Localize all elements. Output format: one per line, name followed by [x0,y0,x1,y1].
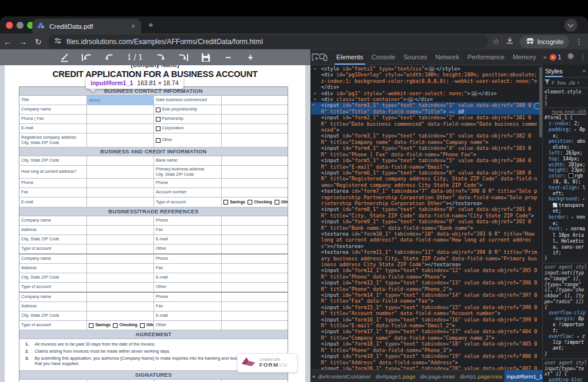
checkbox[interactable] [89,323,93,328]
devtools-tab-elements[interactable]: Elements [332,49,368,65]
style-property[interactable]: color: rgb(0, 0, 0); [544,173,586,185]
style-property[interactable]: background: ▸ transparent; [544,196,586,214]
site-settings-icon[interactable] [54,36,62,47]
macos-close-button[interactable] [6,22,13,29]
form-input-cell[interactable] [87,124,154,133]
form-input-cell[interactable] [222,96,288,105]
styles-filter-input[interactable]: F [552,80,554,86]
dom-node-form16_1[interactable]: <input id="form16_1" type="text" tabinde… [311,317,543,329]
form-input-cell[interactable] [222,188,288,197]
back-button[interactable]: ← [0,37,15,46]
form-input-cell[interactable] [222,273,288,282]
form-input-cell[interactable] [222,156,288,165]
dom-node-form19_1[interactable]: <input id="form19_1" type="text" tabinde… [311,353,543,366]
form-input-cell[interactable]: SavingsCheckingOther [87,321,154,330]
checkbox[interactable] [275,200,279,205]
dom-node-form8_1[interactable]: <input id="form8_1" type="text" tabindex… [311,206,543,219]
form-input-cell[interactable] [87,293,154,301]
style-property[interactable]: height: 23px; [544,167,586,173]
dom-node-form1_1[interactable]: <input id="form1_1" type="text" tabindex… [311,102,543,115]
dom-node-form7_1[interactable]: <textarea id="form7_1" tabindex="7" data… [311,188,543,206]
error-badge[interactable]: ×1 [550,53,562,61]
style-property[interactable]: overflow-clip-margin: 0px !important; [544,310,586,333]
form-input-cell[interactable] [222,311,288,320]
macos-minimize-button[interactable] [16,22,24,29]
breadcrumb-item[interactable]: div#contentContainer [316,373,373,380]
save-icon[interactable] [198,52,213,63]
expand-arrow-icon[interactable]: ▸ [314,91,316,96]
form-input-cell[interactable] [87,156,154,165]
zoom-out-button[interactable]: − [220,52,236,63]
form-input-cell[interactable] [87,283,154,291]
next-page-icon[interactable] [153,52,169,63]
dom-node-pg1Overlay[interactable]: <div id="pg1Overlay" style="width:100%; … [311,72,543,90]
form-input-cell[interactable] [222,264,288,273]
form-input-cell[interactable] [87,302,154,311]
checkbox[interactable] [156,138,161,143]
toggle-cls-button[interactable]: .cls [567,80,575,86]
zoom-in-button[interactable]: + [243,52,258,63]
style-property[interactable]: top: 144px; [544,156,586,162]
dom-node-form15_1[interactable]: <input id="form15_1" type="text" tabinde… [311,304,543,317]
address-bar[interactable]: files.idrsolutions.com/Examples/AFForms/… [48,35,488,49]
checkbox[interactable] [248,200,252,205]
style-property[interactable]: position: absolute; [544,139,586,150]
devtools-tab-console[interactable]: Console [368,49,399,65]
form-input-cell[interactable] [87,216,154,225]
expand-arrow-icon[interactable]: ▸ [314,96,316,102]
ellipsis-expander[interactable]: … [471,91,478,96]
form-input-cell[interactable] [87,244,154,253]
form-input-cell[interactable] [87,179,154,187]
ellipsis-expander[interactable]: … [407,97,414,102]
devtools-tab-sources[interactable]: Sources [399,49,431,65]
checkbox[interactable] [223,200,228,205]
devtools-tab-performance[interactable]: Performance [463,49,509,65]
dom-node-form17_1[interactable]: <input id="form17_1" type="text" tabinde… [311,329,543,341]
style-property[interactable]: width: 201px; [544,162,586,168]
toggle-hov-button[interactable]: :hov [556,80,566,86]
form-input-cell[interactable] [222,226,288,234]
form-input-cell[interactable] [222,302,288,311]
color-swatch[interactable] [553,203,557,207]
form-input-cell[interactable] [222,254,288,263]
style-property[interactable]: padding: ▸ 0px; [544,127,586,139]
form-input-cell[interactable] [87,254,154,263]
color-swatch[interactable] [569,173,573,178]
dom-node-form10_1[interactable]: <textarea id="form10_1" tabindex="10" da… [311,231,543,249]
form-input-cell[interactable] [87,311,154,320]
breadcrumb-scroll-left-icon[interactable]: ◂ [311,374,316,379]
form-input-cell[interactable] [87,133,154,147]
tab-styles[interactable]: Styles [545,65,563,77]
form-input-cell[interactable] [222,124,288,133]
form-input-cell[interactable]: demo [87,380,154,382]
sign-tool-icon[interactable] [56,52,72,63]
dom-node-text-container[interactable]: ▸<div class="text-container">…</div> [311,96,543,102]
browser-menu-icon[interactable]: ⋮ [575,37,583,46]
checkbox[interactable] [140,323,145,328]
form-input-cell[interactable] [222,293,288,301]
first-page-icon[interactable] [79,52,94,63]
form-input-cell[interactable] [222,380,288,382]
source-link[interactable]: form.html:655 [544,109,586,115]
form-input-cell[interactable] [222,321,288,330]
form-input-cell[interactable]: SavingsCheckingOther [222,197,288,207]
form-input-cell[interactable] [87,188,154,197]
form-input-cell[interactable] [222,235,288,244]
style-property[interactable]: z-index: 2; [544,121,586,127]
expand-arrow-icon[interactable]: ▸ [314,66,316,72]
devtools-menu-icon[interactable]: ⋮ [580,53,587,61]
dom-node-form14_1[interactable]: <input id="form14_1" type="text" tabinde… [311,292,543,304]
form-input-cell[interactable] [222,105,288,114]
dom-node-form5_1[interactable]: <input id="form5_1" type="text" tabindex… [311,158,543,170]
tab-search-button[interactable] [564,19,577,32]
dom-node-form6_1[interactable]: <input id="form6_1" type="text" tabindex… [311,170,543,188]
breadcrumb-item[interactable]: div#page1.page [373,373,418,380]
checkbox[interactable] [156,126,161,131]
form-input-cell[interactable] [87,273,154,282]
form-input-cell[interactable] [222,283,288,291]
styles-more-icon[interactable]: » [582,68,586,74]
dom-node-form11_1[interactable]: <textarea id="form11_1" tabindex="11" da… [311,249,543,267]
device-toolbar-icon[interactable] [319,53,328,61]
download-icon[interactable] [506,36,514,47]
dom-node-form4_1[interactable]: <input id="form4_1" type="text" tabindex… [311,145,543,158]
